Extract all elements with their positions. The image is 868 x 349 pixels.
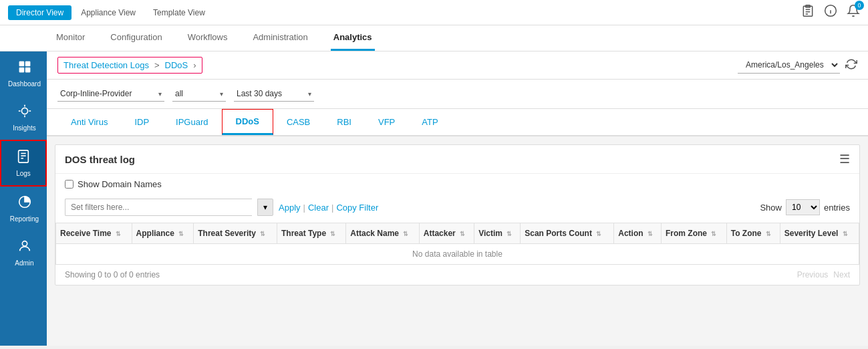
tab-configuration[interactable]: Configuration <box>108 25 164 51</box>
footer-text: Showing 0 to 0 of 0 entries <box>65 270 160 279</box>
sort-icon: ⇅ <box>178 231 184 237</box>
svg-rect-8 <box>19 62 23 66</box>
reporting-icon <box>17 195 32 213</box>
data-table: Receive Time ⇅ Appliance ⇅ Threat Severi… <box>55 223 859 265</box>
show-label: Show <box>760 203 782 213</box>
sidebar-admin-label: Admin <box>15 259 33 267</box>
subtab-antivirus[interactable]: Anti Virus <box>57 110 121 134</box>
director-view-tab[interactable]: Director View <box>8 5 71 20</box>
tab-monitor[interactable]: Monitor <box>53 25 88 51</box>
sort-icon: ⇅ <box>843 231 848 237</box>
sidebar-reporting-label: Reporting <box>10 215 39 223</box>
col-receive-time[interactable]: Receive Time ⇅ <box>56 223 132 244</box>
tab-administration[interactable]: Administration <box>250 25 310 51</box>
provider-select[interactable]: Corp-Inline-Provider <box>57 86 164 102</box>
checkbox-row: Show Domain Names <box>55 174 859 195</box>
col-action[interactable]: Action ⇅ <box>614 223 662 244</box>
subtab-rbi[interactable]: RBI <box>323 110 365 134</box>
panel-menu-icon[interactable]: ☰ <box>839 152 850 166</box>
svg-point-22 <box>22 241 27 246</box>
view-tabs: Director View Appliance View Template Vi… <box>8 5 213 20</box>
previous-btn[interactable]: Previous <box>797 270 829 279</box>
show-domain-names-checkbox[interactable] <box>65 180 74 189</box>
breadcrumb-bar: Threat Detection Logs > DDoS › America/L… <box>47 51 868 80</box>
clear-filter-link[interactable]: Clear <box>308 203 329 213</box>
col-victim[interactable]: Victim ⇅ <box>474 223 521 244</box>
next-btn[interactable]: Next <box>833 270 850 279</box>
svg-rect-11 <box>25 68 29 72</box>
timerange-select[interactable]: Last 30 days <box>234 86 314 102</box>
timezone-dropdown[interactable]: America/Los_Angeles <box>738 57 840 74</box>
sort-icon: ⇅ <box>507 231 512 237</box>
entries-label: entries <box>824 203 850 213</box>
sidebar-item-insights[interactable]: Insights <box>0 96 47 140</box>
subtab-ddos[interactable]: DDoS <box>222 109 273 135</box>
top-icons: 0 <box>801 4 860 21</box>
template-view-tab[interactable]: Template View <box>145 5 213 20</box>
subtab-ipguard[interactable]: IPGuard <box>162 110 221 134</box>
tab-workflows[interactable]: Workflows <box>185 25 231 51</box>
logs-icon <box>16 149 31 167</box>
sidebar-item-reporting[interactable]: Reporting <box>0 187 47 231</box>
svg-rect-10 <box>19 68 23 72</box>
filter-dropdown-btn[interactable]: ▾ <box>257 199 273 216</box>
table-container: Receive Time ⇅ Appliance ⇅ Threat Severi… <box>55 223 859 265</box>
sidebar-item-admin[interactable]: Admin <box>0 231 47 275</box>
empty-message: No data available in table <box>56 244 859 265</box>
filter-input-row: ▾ Apply | Clear | Copy Filter Show 10255… <box>55 195 859 223</box>
subtab-atp[interactable]: ATP <box>408 110 451 134</box>
top-bar: Director View Appliance View Template Vi… <box>0 0 868 25</box>
scope-select[interactable]: all <box>172 86 226 102</box>
subtab-idp[interactable]: IDP <box>121 110 162 134</box>
sort-icon: ⇅ <box>403 231 408 237</box>
copy-filter-link[interactable]: Copy Filter <box>336 203 378 213</box>
sub-tabs: Anti Virus IDP IPGuard DDoS CASB RBI VFP… <box>47 109 868 136</box>
breadcrumb-arrow: › <box>193 60 196 70</box>
sidebar-logs-label: Logs <box>16 170 31 177</box>
timerange-select-wrap: Last 30 days <box>234 86 314 102</box>
appliance-view-tab[interactable]: Appliance View <box>73 5 144 20</box>
sort-icon: ⇅ <box>116 231 121 237</box>
col-attacker[interactable]: Attacker ⇅ <box>419 223 474 244</box>
timezone-selector: America/Los_Angeles <box>738 57 857 74</box>
refresh-icon[interactable] <box>845 58 857 73</box>
pagination: Previous Next <box>797 270 850 279</box>
tab-analytics[interactable]: Analytics <box>331 25 375 51</box>
sort-icon: ⇅ <box>647 231 653 237</box>
col-appliance[interactable]: Appliance ⇅ <box>132 223 194 244</box>
col-threat-severity[interactable]: Threat Severity ⇅ <box>194 223 277 244</box>
sort-icon: ⇅ <box>260 231 265 237</box>
bell-icon[interactable]: 0 <box>847 4 860 21</box>
sidebar-item-dashboard[interactable]: Dashboard <box>0 51 47 96</box>
scope-select-wrap: all <box>172 86 226 102</box>
col-from-zone[interactable]: From Zone ⇅ <box>662 223 727 244</box>
sidebar-item-logs[interactable]: Logs <box>0 140 47 187</box>
subtab-vfp[interactable]: VFP <box>365 110 408 134</box>
dashboard-icon <box>17 60 32 78</box>
breadcrumb-item-1[interactable]: Threat Detection Logs <box>63 60 149 70</box>
clipboard-icon[interactable] <box>801 4 815 21</box>
sidebar: Dashboard Insights Logs <box>0 51 47 346</box>
dos-threat-panel: DOS threat log ☰ Show Domain Names ▾ App… <box>55 144 860 285</box>
sidebar-dashboard-label: Dashboard <box>8 80 41 88</box>
col-to-zone[interactable]: To Zone ⇅ <box>726 223 780 244</box>
filter-input[interactable] <box>65 199 252 216</box>
filter-actions: Apply | Clear | Copy Filter <box>279 203 378 213</box>
sort-icon: ⇅ <box>596 231 601 237</box>
filter-input-left: ▾ Apply | Clear | Copy Filter <box>65 199 378 216</box>
subtab-casb[interactable]: CASB <box>273 110 323 134</box>
sort-icon: ⇅ <box>711 231 716 237</box>
provider-select-wrap: Corp-Inline-Provider <box>57 86 164 102</box>
col-threat-type[interactable]: Threat Type ⇅ <box>277 223 345 244</box>
info-icon[interactable] <box>824 4 837 21</box>
col-attack-name[interactable]: Attack Name ⇅ <box>346 223 419 244</box>
entries-select[interactable]: 102550100 <box>786 199 820 215</box>
notification-badge: 0 <box>855 1 864 10</box>
apply-filter-link[interactable]: Apply <box>279 203 301 213</box>
show-domain-names-label: Show Domain Names <box>78 179 162 189</box>
breadcrumb-item-2[interactable]: DDoS <box>165 60 188 70</box>
panel-title: DOS threat log <box>65 154 135 165</box>
col-severity-level[interactable]: Severity Level ⇅ <box>780 223 859 244</box>
col-scan-ports-count[interactable]: Scan Ports Count ⇅ <box>521 223 614 244</box>
filter-row: Corp-Inline-Provider all Last 30 days <box>47 80 868 109</box>
